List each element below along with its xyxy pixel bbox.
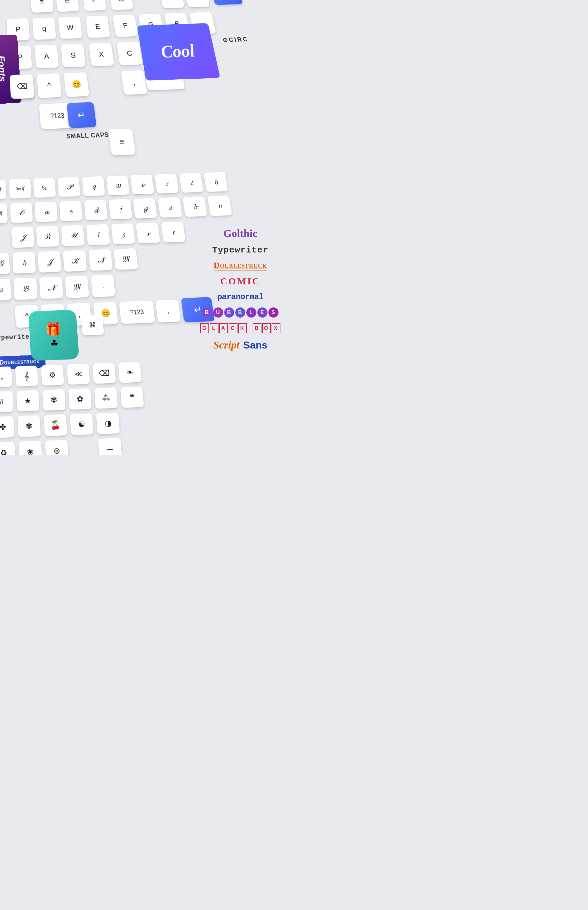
bubble-b: B [202,308,212,317]
key-flower[interactable]: ✿ [68,388,92,410]
keyboard-symbols: 🎁☘ ⌘ 𝅗 𝄞 ⚙ ≪ ⌫ ❧ // ★ ✾ ✿ ⁂ ❝ ✤ ✾ 🍒 ☯ ◑ … [0,303,220,455]
font-paranormal[interactable]: paranormal [217,292,263,302]
key-script-n3[interactable]: 𝒩 [39,277,63,299]
key-script-q[interactable]: 𝓺 [82,176,105,196]
key-quotes[interactable]: ❝ [120,387,144,408]
key-f-top[interactable]: F [82,0,107,11]
key-script-a[interactable]: 𝓪 [34,202,58,222]
key-serif2[interactable]: Serif [9,178,32,199]
key-recycle[interactable]: ♻ [0,442,16,455]
key-sym1[interactable]: 𝅗 [0,366,12,387]
key-fourleaf[interactable]: ✾ [17,415,41,437]
box-x: X [271,323,280,334]
key-sym3[interactable]: ⚙ [41,364,64,386]
key-moon[interactable]: ◑ [96,412,120,434]
key-script-f[interactable]: 𝔣 [109,199,132,220]
key-menu[interactable]: ≡ [30,0,53,13]
font-typewriter[interactable]: Typewriter [212,245,268,255]
key-script-b2[interactable]: 𝔅 [14,278,37,300]
key-sc[interactable]: Sc [33,178,56,198]
key-script-n[interactable]: 𝔫 [207,196,233,216]
key-sym4[interactable]: ≪ [67,364,90,385]
key-script-c[interactable]: 𝔠 [161,222,186,243]
key-script-h[interactable]: 𝔥 [204,172,228,192]
key-serif1[interactable]: Serif [0,180,6,199]
key-cap-n[interactable]: ∩ [159,0,185,8]
key-menu2[interactable]: ≡ [108,128,136,155]
key-script-s[interactable]: 𝔰 [59,201,82,221]
key-cap-c[interactable]: C [116,42,142,65]
key-asterism[interactable]: ⁂ [94,387,118,409]
key-script-o[interactable]: 𝒪 [10,202,33,223]
key-m-top[interactable]: m [184,0,210,7]
key-script-d[interactable]: 𝓭 [84,200,108,220]
font-bubbles[interactable]: B U B B L E S [202,308,278,317]
key-script-v[interactable]: 𝔳 [158,197,182,218]
key-script-v2[interactable]: 𝔳 [0,279,11,301]
key-period[interactable]: . [90,275,115,297]
key-person[interactable]: ✤ [0,416,15,438]
font-gothic[interactable]: Golthic [223,228,257,240]
key-script-g[interactable]: 𝓰 [133,198,157,219]
font-comic[interactable]: COMIC [220,276,260,287]
key-script-j[interactable]: 𝒥 [11,227,34,248]
key-cmd[interactable]: ⌘ [81,315,104,335]
box-a: A [219,323,228,334]
box-l: L [210,323,218,334]
key-script-j2[interactable]: 𝒥 [37,251,61,273]
key-cap-a[interactable]: A [34,45,59,68]
key-q-top[interactable]: q [32,17,56,40]
key-enter-top[interactable]: ↵ [67,102,97,128]
key-script-k[interactable]: 𝔎 [36,226,59,247]
key-script-x[interactable]: 𝓍 [136,222,160,244]
key-g-top[interactable]: G [109,0,134,10]
key-script-m[interactable]: 𝔐 [114,248,138,270]
key-target[interactable]: ⊚ [45,440,68,455]
key-script-g2[interactable]: 𝒢 [0,253,10,275]
key-script-m2[interactable]: 𝔐 [65,276,89,298]
key-r-top[interactable]: F [113,15,138,37]
key-sym6[interactable]: ❧ [118,362,142,383]
key-script-t[interactable]: 𝓽 [179,173,204,193]
label-small-caps: SMALL CAPS [66,131,109,140]
key-script-u[interactable]: 𝒰 [61,225,85,246]
key-cap-x[interactable]: X [89,43,114,66]
key-backspace2[interactable]: ⌫ [92,363,116,384]
key-cap-s[interactable]: S [61,44,86,67]
box-space [247,323,252,334]
font-script-sans[interactable]: Script Sans [213,339,268,351]
key-sym2[interactable]: 𝄞 [15,366,38,387]
key-script-z[interactable]: 𝔷 [111,223,135,245]
key-serif3[interactable]: Serif [0,203,8,224]
key-caret[interactable]: ^ [37,73,62,98]
key-fleur[interactable]: ✾ [42,389,66,411]
key-comma-top[interactable]: , [121,70,148,95]
key-e[interactable]: E [55,0,79,12]
key-dslash[interactable]: // [0,391,13,413]
key-delete[interactable]: ⌫ [10,74,34,99]
key-script-l[interactable]: 𝔩 [86,224,110,245]
font-blackbox[interactable]: B L A C K B O X [200,323,280,334]
tag-circ: ⊙CIRC [219,34,252,45]
key-w-top[interactable]: W [58,16,82,39]
script-label: Script [213,339,239,351]
key-script-p[interactable]: 𝒫 [58,177,81,197]
key-script-w[interactable]: 𝔴 [106,175,130,195]
key-star[interactable]: ★ [16,390,39,412]
key-script-h2[interactable]: 𝔥 [12,252,36,274]
key-dash[interactable]: — [98,438,122,455]
key-script-e[interactable]: 𝓮 [130,175,154,194]
key-script-k2[interactable]: 𝒦 [63,250,87,272]
font-list: Golthic Typewriter Doublestruck COMIC pa… [196,228,284,351]
key-blue-right[interactable] [210,0,243,5]
key-e-top2[interactable]: E [85,16,110,38]
bubble-u: U [213,308,223,317]
font-doublestruck[interactable]: Doublestruck [214,261,267,270]
key-flower2[interactable]: ❀ [19,441,42,455]
key-script-n2[interactable]: 𝒩 [89,249,113,271]
key-smiley-top[interactable]: 😊 [63,72,89,97]
key-yin[interactable]: ☯ [70,413,94,435]
key-script-r[interactable]: 𝔯 [155,174,179,194]
key-script-b[interactable]: 𝓫 [183,196,207,217]
key-cherries[interactable]: 🍒 [44,414,67,436]
